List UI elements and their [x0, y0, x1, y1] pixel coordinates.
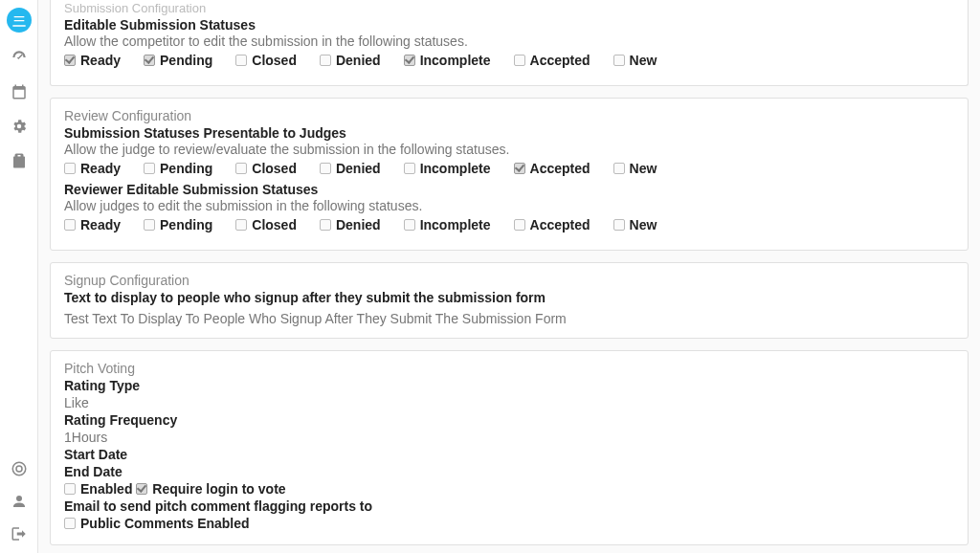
status-label: Incomplete: [420, 161, 491, 176]
section-title: Signup Configuration: [64, 273, 954, 288]
status-checkbox-pending[interactable]: Pending: [144, 53, 212, 68]
signup-config-panel: Signup Configuration Text to display to …: [50, 262, 969, 339]
status-label: Pending: [160, 217, 212, 232]
enabled-label: Enabled: [80, 481, 132, 497]
start-date-label: Start Date: [64, 447, 954, 462]
status-label: New: [630, 161, 657, 176]
checkbox-icon: [235, 219, 247, 231]
checkbox-icon: [404, 55, 415, 66]
require-login-label: Require login to vote: [152, 481, 285, 497]
review-config-panel: Review Configuration Submission Statuses…: [50, 98, 969, 251]
status-checkbox-ready[interactable]: Ready: [64, 161, 121, 176]
signup-text-value: Test Text To Display To People Who Signu…: [64, 311, 954, 326]
svg-point-1: [16, 466, 22, 472]
checkbox-icon: [64, 55, 76, 66]
status-label: Closed: [252, 161, 297, 176]
end-date-label: End Date: [64, 464, 954, 479]
section-title: Submission Configuration: [64, 1, 954, 15]
checkbox-icon: [64, 163, 76, 174]
status-checkbox-incomplete[interactable]: Incomplete: [404, 217, 491, 232]
editable-statuses-desc: Allow the competitor to edit the submiss…: [64, 33, 954, 49]
status-label: Denied: [336, 53, 381, 68]
flag-email-label: Email to send pitch comment flagging rep…: [64, 498, 954, 514]
presentable-desc: Allow the judge to review/evaluate the s…: [64, 142, 954, 157]
sidebar: [0, 0, 38, 553]
pitch-voting-panel: Pitch Voting Rating Type Like Rating Fre…: [50, 350, 969, 545]
status-checkbox-accepted[interactable]: Accepted: [514, 161, 590, 176]
status-label: Closed: [252, 53, 297, 68]
enabled-checkbox[interactable]: Enabled: [64, 481, 132, 497]
status-label: Closed: [252, 217, 297, 232]
checkbox-icon: [320, 55, 331, 66]
checkbox-icon: [235, 163, 247, 174]
main-content: Submission Configuration Editable Submis…: [38, 0, 980, 553]
editable-statuses-row: ReadyPendingClosedDeniedIncompleteAccept…: [64, 53, 954, 68]
dashboard-icon[interactable]: [10, 48, 29, 67]
status-checkbox-ready[interactable]: Ready: [64, 217, 121, 232]
checkbox-icon: [144, 163, 155, 174]
section-title: Review Configuration: [64, 108, 954, 123]
status-label: Accepted: [530, 53, 590, 68]
rating-type-label: Rating Type: [64, 378, 954, 393]
rating-freq-label: Rating Frequency: [64, 412, 954, 428]
submission-config-panel: Submission Configuration Editable Submis…: [50, 0, 969, 86]
status-label: Ready: [80, 161, 121, 176]
public-comments-checkbox[interactable]: Public Comments Enabled: [64, 516, 250, 531]
calendar-icon[interactable]: [10, 82, 29, 101]
checkbox-icon: [235, 55, 247, 66]
status-label: Incomplete: [420, 217, 491, 232]
user-icon[interactable]: [10, 492, 29, 511]
status-checkbox-closed[interactable]: Closed: [235, 53, 297, 68]
checkbox-icon: [320, 163, 331, 174]
checkbox-icon: [404, 163, 415, 174]
status-checkbox-incomplete[interactable]: Incomplete: [404, 53, 491, 68]
require-login-checkbox[interactable]: Require login to vote: [136, 481, 285, 497]
status-label: Ready: [80, 53, 121, 68]
status-checkbox-new[interactable]: New: [613, 217, 657, 232]
checkbox-icon: [404, 219, 415, 231]
status-checkbox-pending[interactable]: Pending: [144, 161, 212, 176]
logout-icon[interactable]: [10, 524, 29, 543]
status-label: Accepted: [530, 217, 590, 232]
checkbox-icon: [320, 219, 331, 231]
checkbox-icon: [514, 163, 525, 174]
svg-point-0: [12, 462, 26, 476]
reviewer-editable-title: Reviewer Editable Submission Statuses: [64, 182, 954, 197]
status-checkbox-ready[interactable]: Ready: [64, 53, 121, 68]
signup-text-title: Text to display to people who signup aft…: [64, 290, 954, 305]
status-label: Denied: [336, 161, 381, 176]
feed-icon[interactable]: [7, 8, 32, 33]
status-checkbox-closed[interactable]: Closed: [235, 161, 297, 176]
settings-icon[interactable]: [10, 117, 29, 136]
status-checkbox-new[interactable]: New: [613, 161, 657, 176]
presentable-statuses-row: ReadyPendingClosedDeniedIncompleteAccept…: [64, 161, 954, 176]
status-checkbox-accepted[interactable]: Accepted: [514, 217, 590, 232]
status-label: Ready: [80, 217, 121, 232]
editable-statuses-title: Editable Submission Statuses: [64, 17, 954, 33]
checkbox-icon: [64, 219, 76, 231]
status-label: Accepted: [530, 161, 590, 176]
reviewer-editable-statuses-row: ReadyPendingClosedDeniedIncompleteAccept…: [64, 217, 954, 232]
status-checkbox-incomplete[interactable]: Incomplete: [404, 161, 491, 176]
status-checkbox-new[interactable]: New: [613, 53, 657, 68]
status-checkbox-pending[interactable]: Pending: [144, 217, 212, 232]
public-comments-label: Public Comments Enabled: [80, 516, 250, 531]
checkbox-icon: [613, 219, 625, 231]
clipboard-icon[interactable]: [10, 151, 29, 170]
status-checkbox-denied[interactable]: Denied: [320, 217, 381, 232]
status-checkbox-denied[interactable]: Denied: [320, 161, 381, 176]
checkbox-icon: [613, 163, 625, 174]
checkbox-icon: [514, 219, 525, 231]
status-checkbox-accepted[interactable]: Accepted: [514, 53, 590, 68]
help-icon[interactable]: [10, 459, 29, 478]
rating-type-value: Like: [64, 395, 954, 410]
status-label: Denied: [336, 217, 381, 232]
status-label: New: [630, 217, 657, 232]
presentable-title: Submission Statuses Presentable to Judge…: [64, 125, 954, 141]
checkbox-icon: [144, 219, 155, 231]
checkbox-icon: [613, 55, 625, 66]
status-checkbox-denied[interactable]: Denied: [320, 53, 381, 68]
reviewer-editable-desc: Allow judges to edit the submission in t…: [64, 198, 954, 213]
status-checkbox-closed[interactable]: Closed: [235, 217, 297, 232]
status-label: Pending: [160, 53, 212, 68]
